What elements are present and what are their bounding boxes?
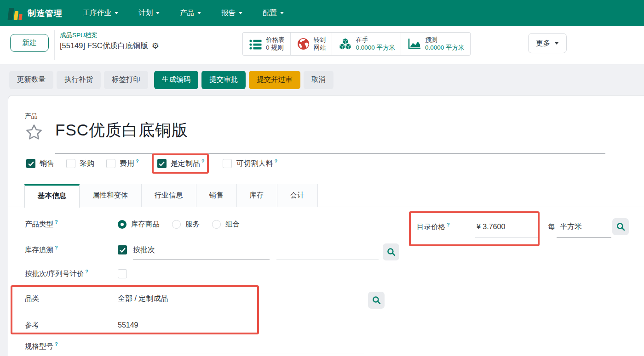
- help-icon: ?: [201, 158, 205, 164]
- category-label: 品类: [25, 294, 118, 304]
- spec-label: 规格型号: [25, 342, 53, 350]
- list-price-group: 目录价格? ¥ 3.7600 每 平方米: [417, 217, 631, 246]
- globe-icon: [297, 38, 310, 50]
- category-search-button[interactable]: [368, 292, 385, 309]
- checkbox-unchecked[interactable]: [66, 159, 75, 168]
- print-label-button[interactable]: 标签打印: [104, 71, 148, 89]
- chevron-down-icon: [554, 42, 559, 45]
- tracking-label: 库存追溯: [25, 246, 53, 254]
- radio-storable-product[interactable]: 库存商品: [118, 220, 160, 229]
- spec-underline: [118, 338, 364, 354]
- nav-menu-products[interactable]: 产品: [180, 8, 201, 18]
- checkbox-unchecked[interactable]: [223, 159, 232, 168]
- nav-menu-reporting[interactable]: 报告: [221, 8, 242, 18]
- submit-and-approve-button[interactable]: 提交并过审: [249, 71, 300, 89]
- lot-valuation-label: 按批次/序列号计价: [25, 270, 84, 277]
- app-logo-icon[interactable]: [8, 6, 22, 20]
- help-icon: ?: [85, 269, 88, 274]
- tab-accounting[interactable]: 会计: [277, 184, 318, 207]
- nav-menu: 工序作业 计划 产品 报告 配置: [83, 8, 284, 18]
- help-icon: ?: [55, 245, 58, 250]
- tracking-underline-extension: [276, 242, 379, 260]
- breadcrumb-parent-link[interactable]: 成品SPU档案: [60, 31, 159, 40]
- category-underline: [117, 290, 364, 308]
- product-name-input[interactable]: FSC优质白底铜版: [55, 119, 188, 141]
- app-name[interactable]: 制造管理: [28, 8, 63, 19]
- radio-unselected[interactable]: [212, 220, 221, 229]
- reference-label: 参考: [25, 321, 118, 330]
- radio-unselected[interactable]: [172, 220, 181, 229]
- product-name-underline: [55, 153, 605, 154]
- control-panel-header: 新建 成品SPU档案 [55149] FSC优质白底铜版 ⚙ 价格表 0 规则 …: [0, 26, 644, 64]
- tab-basic-info[interactable]: 基本信息: [24, 184, 80, 208]
- reference-value[interactable]: 55149: [118, 321, 138, 329]
- product-type-label: 产品类型: [25, 220, 53, 228]
- new-button[interactable]: 新建: [10, 34, 49, 52]
- cancel-button[interactable]: 取消: [304, 71, 334, 89]
- submit-approval-button[interactable]: 提交审批: [201, 71, 246, 89]
- divider: [54, 30, 55, 60]
- stat-button-website[interactable]: 转到 网站: [291, 33, 332, 55]
- per-label: 每: [548, 222, 555, 232]
- forecast-chart-icon: [408, 38, 421, 50]
- product-flags-row: 销售 采购 费用? 是定制品? 可切割大料?: [26, 158, 277, 169]
- help-icon: ?: [55, 219, 58, 225]
- update-quantity-button[interactable]: 更新数量: [9, 71, 53, 89]
- chevron-down-icon: [239, 12, 242, 14]
- stat-button-group: 价格表 0 规则 转到 网站 在手 0.0000 平方米: [242, 32, 471, 56]
- chevron-down-icon: [156, 12, 160, 14]
- stat-button-on-hand[interactable]: 在手 0.0000 平方米: [332, 33, 402, 55]
- favorite-star-icon[interactable]: [25, 123, 43, 143]
- chevron-down-icon: [197, 12, 201, 14]
- form-sheet: 产品 FSC优质白底铜版 销售 采购 费用? 是定制品?: [8, 95, 644, 356]
- tab-sales[interactable]: 销售: [196, 184, 237, 207]
- chevron-down-icon: [115, 12, 118, 14]
- stat-button-forecast[interactable]: 预测 0.0000 平方米: [401, 33, 470, 55]
- flag-expense[interactable]: 费用?: [106, 158, 139, 169]
- flag-sale[interactable]: 销售: [26, 159, 54, 169]
- flag-purchase[interactable]: 采购: [66, 159, 94, 169]
- help-icon: ?: [55, 341, 58, 347]
- category-reference-group: 品类 全部 / 定制成品 参考 55149: [25, 290, 416, 342]
- nav-menu-planning[interactable]: 计划: [138, 8, 160, 18]
- breadcrumb: 成品SPU档案 [55149] FSC优质白底铜版 ⚙: [60, 31, 159, 51]
- lot-valuation-checkbox-unchecked[interactable]: [118, 269, 127, 278]
- generate-code-button[interactable]: 生成编码: [154, 71, 198, 89]
- row-lot-valuation: 按批次/序列号计价?: [25, 266, 127, 281]
- replenish-button[interactable]: 执行补货: [57, 71, 101, 89]
- stat-button-pricelist[interactable]: 价格表 0 规则: [243, 33, 291, 55]
- more-button[interactable]: 更多: [528, 33, 567, 53]
- tracking-checkbox-checked[interactable]: [118, 245, 127, 254]
- pricelist-list-icon: [249, 39, 262, 50]
- product-section-label: 产品: [25, 112, 37, 120]
- breadcrumb-current: [55149] FSC优质白底铜版: [60, 41, 148, 51]
- radio-service[interactable]: 服务: [172, 220, 200, 229]
- page-content: 更新数量 执行补货 标签打印 生成编码 提交审批 提交并过审 取消 产品 FSC…: [0, 64, 644, 356]
- list-price-underline: [475, 220, 538, 238]
- list-price-label: 目录价格: [417, 223, 445, 231]
- uom-underline: [557, 220, 611, 238]
- gear-icon[interactable]: ⚙: [152, 42, 159, 50]
- checkbox-checked[interactable]: [26, 159, 35, 168]
- row-reference: 参考 55149: [25, 317, 138, 333]
- help-icon: ?: [274, 158, 277, 164]
- uom-search-button[interactable]: [612, 218, 629, 235]
- radio-selected[interactable]: [118, 220, 126, 229]
- help-icon: ?: [136, 158, 139, 164]
- nav-menu-operations[interactable]: 工序作业: [83, 8, 118, 18]
- flag-is-custom-product[interactable]: 是定制品?: [157, 158, 205, 169]
- radio-combo[interactable]: 组合: [212, 220, 240, 229]
- checkbox-unchecked[interactable]: [106, 159, 115, 168]
- help-icon: ?: [447, 222, 450, 227]
- checkbox-checked[interactable]: [157, 159, 167, 168]
- chevron-down-icon: [280, 12, 284, 14]
- tracking-search-button[interactable]: [383, 243, 399, 260]
- nav-menu-configuration[interactable]: 配置: [263, 8, 284, 18]
- flag-cuttable[interactable]: 可切割大料?: [223, 158, 277, 169]
- row-product-type: 产品类型? 库存商品 服务 组合: [25, 216, 252, 232]
- notebook-tabs: 基本信息 属性和变体 行业信息 销售 库存 会计: [8, 184, 644, 207]
- tab-industry-info[interactable]: 行业信息: [142, 184, 196, 207]
- tab-inventory[interactable]: 库存: [237, 184, 277, 207]
- tab-attributes-variants[interactable]: 属性和变体: [80, 184, 142, 207]
- tracking-underline: [133, 242, 270, 260]
